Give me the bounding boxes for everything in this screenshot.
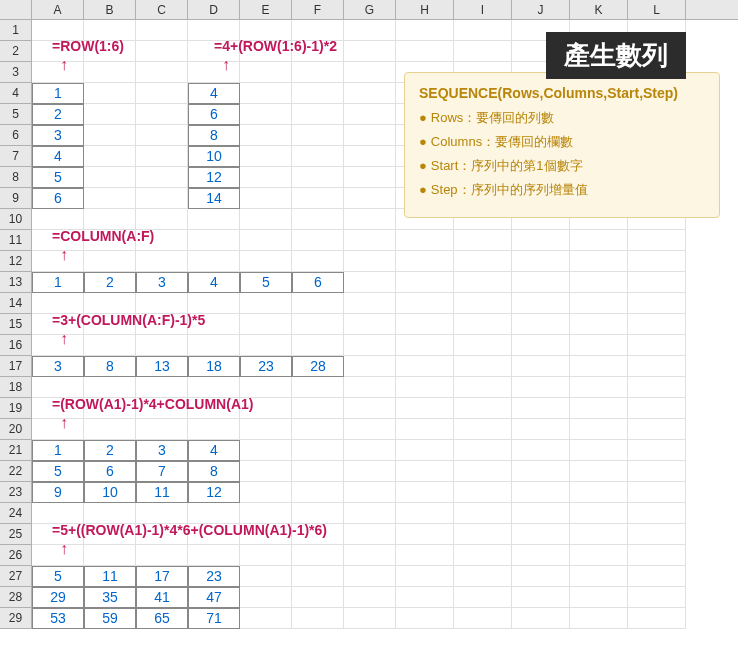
row-header[interactable]: 17 xyxy=(0,356,32,377)
cell[interactable] xyxy=(512,587,570,608)
cell[interactable] xyxy=(570,335,628,356)
cell[interactable] xyxy=(570,587,628,608)
cell[interactable] xyxy=(344,125,396,146)
cell[interactable] xyxy=(240,566,292,587)
cell[interactable] xyxy=(570,503,628,524)
col-header-c[interactable]: C xyxy=(136,0,188,19)
cell[interactable] xyxy=(136,377,188,398)
cell[interactable] xyxy=(454,608,512,629)
cell[interactable] xyxy=(344,566,396,587)
cell[interactable] xyxy=(512,272,570,293)
cell[interactable] xyxy=(136,251,188,272)
cell[interactable] xyxy=(240,503,292,524)
cell[interactable] xyxy=(396,272,454,293)
row-header[interactable]: 13 xyxy=(0,272,32,293)
cell[interactable] xyxy=(136,293,188,314)
cell[interactable] xyxy=(344,608,396,629)
cell[interactable] xyxy=(628,335,686,356)
row-header[interactable]: 19 xyxy=(0,398,32,419)
cell[interactable] xyxy=(292,167,344,188)
cell[interactable] xyxy=(292,587,344,608)
cell[interactable] xyxy=(292,503,344,524)
cell[interactable] xyxy=(84,62,136,83)
cell[interactable] xyxy=(396,440,454,461)
cell[interactable] xyxy=(344,62,396,83)
cell[interactable] xyxy=(240,125,292,146)
cell[interactable] xyxy=(84,545,136,566)
cell[interactable] xyxy=(454,503,512,524)
cell[interactable] xyxy=(344,104,396,125)
cell[interactable] xyxy=(292,419,344,440)
cell[interactable] xyxy=(454,335,512,356)
cell[interactable] xyxy=(240,461,292,482)
cell[interactable] xyxy=(292,461,344,482)
cell[interactable] xyxy=(292,251,344,272)
cell[interactable] xyxy=(628,587,686,608)
cell[interactable] xyxy=(512,251,570,272)
cell[interactable] xyxy=(84,293,136,314)
cell[interactable] xyxy=(454,20,512,41)
cell[interactable] xyxy=(188,293,240,314)
row-header[interactable]: 2 xyxy=(0,41,32,62)
cell[interactable] xyxy=(240,293,292,314)
cell[interactable] xyxy=(84,104,136,125)
row-header[interactable]: 29 xyxy=(0,608,32,629)
cell[interactable] xyxy=(240,146,292,167)
col-header-d[interactable]: D xyxy=(188,0,240,19)
cell[interactable] xyxy=(136,41,188,62)
cell[interactable] xyxy=(292,335,344,356)
row-header[interactable]: 4 xyxy=(0,83,32,104)
col-header-l[interactable]: L xyxy=(628,0,686,19)
cell[interactable] xyxy=(84,335,136,356)
cell[interactable] xyxy=(240,230,292,251)
row-header[interactable]: 9 xyxy=(0,188,32,209)
cell[interactable] xyxy=(32,545,84,566)
cell[interactable] xyxy=(292,62,344,83)
cell[interactable] xyxy=(628,314,686,335)
cell[interactable] xyxy=(188,377,240,398)
row-header[interactable]: 11 xyxy=(0,230,32,251)
cell[interactable] xyxy=(628,230,686,251)
cell[interactable] xyxy=(344,440,396,461)
cell[interactable] xyxy=(512,461,570,482)
cell[interactable] xyxy=(628,545,686,566)
cell[interactable] xyxy=(396,587,454,608)
cell[interactable] xyxy=(570,230,628,251)
cell[interactable] xyxy=(454,545,512,566)
row-header[interactable]: 20 xyxy=(0,419,32,440)
row-header[interactable]: 24 xyxy=(0,503,32,524)
cell[interactable] xyxy=(570,419,628,440)
cell[interactable] xyxy=(292,293,344,314)
row-header[interactable]: 5 xyxy=(0,104,32,125)
cell[interactable] xyxy=(188,230,240,251)
cell[interactable] xyxy=(628,440,686,461)
cell[interactable] xyxy=(292,314,344,335)
cell[interactable] xyxy=(344,398,396,419)
cell[interactable] xyxy=(396,356,454,377)
cell[interactable] xyxy=(628,482,686,503)
cell[interactable] xyxy=(292,146,344,167)
cell[interactable] xyxy=(344,356,396,377)
row-header[interactable]: 22 xyxy=(0,461,32,482)
cell[interactable] xyxy=(512,608,570,629)
col-header-i[interactable]: I xyxy=(454,0,512,19)
cell[interactable] xyxy=(454,251,512,272)
cell[interactable] xyxy=(628,356,686,377)
cell[interactable] xyxy=(454,398,512,419)
row-header[interactable]: 26 xyxy=(0,545,32,566)
corner-cell[interactable] xyxy=(0,0,32,19)
cell[interactable] xyxy=(240,335,292,356)
cell[interactable] xyxy=(344,482,396,503)
cell[interactable] xyxy=(628,524,686,545)
cell[interactable] xyxy=(240,167,292,188)
cell[interactable] xyxy=(570,482,628,503)
cell[interactable] xyxy=(570,356,628,377)
row-header[interactable]: 6 xyxy=(0,125,32,146)
cell[interactable] xyxy=(570,440,628,461)
row-header[interactable]: 18 xyxy=(0,377,32,398)
row-header[interactable]: 10 xyxy=(0,209,32,230)
cell[interactable] xyxy=(84,377,136,398)
cell[interactable] xyxy=(396,41,454,62)
cell[interactable] xyxy=(344,167,396,188)
col-header-g[interactable]: G xyxy=(344,0,396,19)
